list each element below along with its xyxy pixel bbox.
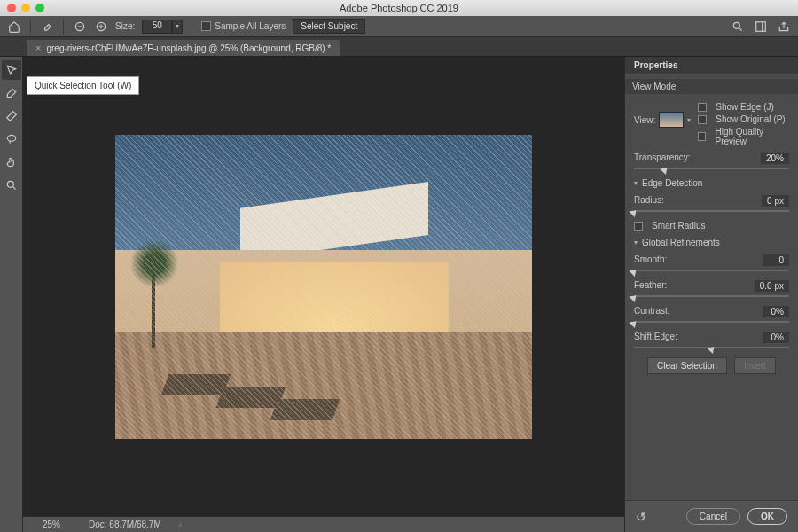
- selection-overlay: [115, 135, 532, 439]
- zoom-window-icon[interactable]: [35, 4, 44, 12]
- workspace-icon[interactable]: [754, 20, 768, 34]
- radius-value[interactable]: 0 px: [762, 195, 789, 207]
- quick-selection-tool[interactable]: [2, 60, 21, 80]
- document-canvas[interactable]: [115, 135, 532, 439]
- cancel-button[interactable]: Cancel: [686, 508, 740, 525]
- feather-value[interactable]: 0.0 px: [755, 280, 789, 292]
- canvas-wrap: 25% Doc: 68.7M/68.7M ›: [23, 57, 624, 532]
- select-subject-button[interactable]: Select Subject: [293, 19, 365, 34]
- share-icon[interactable]: [777, 20, 791, 34]
- global-refinements-section[interactable]: ▾Global Refinements: [634, 238, 789, 247]
- svg-line-11: [12, 186, 16, 190]
- edge-detection-section[interactable]: ▾Edge Detection: [634, 178, 789, 188]
- search-icon[interactable]: [731, 20, 745, 34]
- panel-footer: ↺ Cancel OK: [625, 500, 798, 532]
- chevron-down-icon: ▾: [634, 179, 638, 187]
- chevron-down-icon: ▾: [634, 239, 638, 246]
- smooth-label: Smooth:: [634, 254, 667, 266]
- checkbox-icon: [201, 21, 211, 31]
- reset-icon[interactable]: ↺: [636, 510, 646, 524]
- contrast-value[interactable]: 0%: [763, 306, 789, 317]
- svg-line-6: [739, 27, 742, 31]
- ok-button[interactable]: OK: [747, 508, 787, 525]
- panel-title[interactable]: Properties: [625, 57, 798, 74]
- tool-tooltip: Quick Selection Tool (W): [27, 76, 139, 95]
- properties-panel: Properties View Mode View: ▾ Show Edge (…: [624, 57, 798, 532]
- smart-radius-checkbox[interactable]: Smart Radius: [634, 221, 789, 231]
- status-flyout-icon[interactable]: ›: [179, 520, 182, 529]
- svg-rect-7: [756, 21, 766, 31]
- document-tab[interactable]: × greg-rivers-rChFUMwAe7E-unsplash.jpg @…: [27, 40, 340, 56]
- radius-label: Radius:: [634, 195, 664, 207]
- feather-label: Feather:: [634, 280, 667, 292]
- shift-edge-slider[interactable]: [634, 347, 789, 348]
- view-label: View:: [634, 115, 655, 125]
- svg-point-9: [7, 135, 15, 141]
- view-thumbnail[interactable]: [659, 112, 684, 128]
- brush-icon[interactable]: [40, 20, 54, 34]
- app-title: Adobe Photoshop CC 2019: [0, 3, 798, 13]
- doc-size[interactable]: Doc: 68.7M/68.7M: [89, 520, 161, 529]
- close-window-icon[interactable]: [7, 4, 16, 12]
- document-tabs: × greg-rivers-rChFUMwAe7E-unsplash.jpg @…: [0, 37, 798, 57]
- transparency-value[interactable]: 20%: [761, 153, 789, 164]
- hand-tool[interactable]: [2, 153, 21, 172]
- contrast-label: Contrast:: [634, 306, 670, 317]
- brush-size-input[interactable]: 50: [142, 20, 172, 34]
- hq-preview-checkbox[interactable]: High Quality Preview: [698, 127, 789, 146]
- contrast-slider[interactable]: [634, 321, 789, 323]
- titlebar: Adobe Photoshop CC 2019: [0, 0, 798, 16]
- refine-edge-brush-tool[interactable]: [2, 83, 21, 103]
- shift-edge-value[interactable]: 0%: [763, 332, 789, 343]
- brush-add-icon[interactable]: [94, 20, 108, 34]
- radius-slider[interactable]: [634, 210, 789, 212]
- sample-all-layers-checkbox[interactable]: Sample All Layers: [201, 21, 286, 31]
- brush-tool[interactable]: [2, 106, 21, 126]
- show-edge-checkbox[interactable]: Show Edge (J): [698, 102, 789, 112]
- transparency-label: Transparency:: [634, 153, 691, 164]
- brush-subtract-icon[interactable]: [73, 20, 87, 34]
- transparency-slider[interactable]: [634, 168, 789, 169]
- minimize-window-icon[interactable]: [21, 4, 30, 12]
- status-bar: 25% Doc: 68.7M/68.7M ›: [23, 516, 624, 532]
- canvas-area[interactable]: [23, 57, 624, 516]
- close-tab-icon[interactable]: ×: [35, 43, 41, 53]
- zoom-tool[interactable]: [2, 176, 21, 195]
- brush-size-dropdown[interactable]: ▾: [172, 20, 183, 34]
- view-dropdown-icon[interactable]: ▾: [687, 116, 691, 124]
- show-original-checkbox[interactable]: Show Original (P): [698, 114, 789, 124]
- sample-all-label: Sample All Layers: [215, 21, 286, 31]
- options-bar: Size: 50 ▾ Sample All Layers Select Subj…: [0, 16, 798, 37]
- clear-selection-button[interactable]: Clear Selection: [647, 357, 727, 374]
- size-label: Size:: [115, 21, 135, 31]
- smooth-value[interactable]: 0: [763, 254, 789, 266]
- tab-filename: greg-rivers-rChFUMwAe7E-unsplash.jpg @ 2…: [46, 43, 331, 53]
- view-mode-header: View Mode: [625, 79, 798, 94]
- home-icon[interactable]: [7, 20, 21, 34]
- tools-panel: Quick Selection Tool (W): [0, 57, 23, 532]
- zoom-level[interactable]: 25%: [32, 520, 71, 529]
- shift-edge-label: Shift Edge:: [634, 332, 677, 343]
- feather-slider[interactable]: [634, 295, 789, 297]
- lasso-tool[interactable]: [2, 129, 21, 149]
- smooth-slider[interactable]: [634, 270, 789, 271]
- invert-button[interactable]: Invert: [734, 357, 776, 374]
